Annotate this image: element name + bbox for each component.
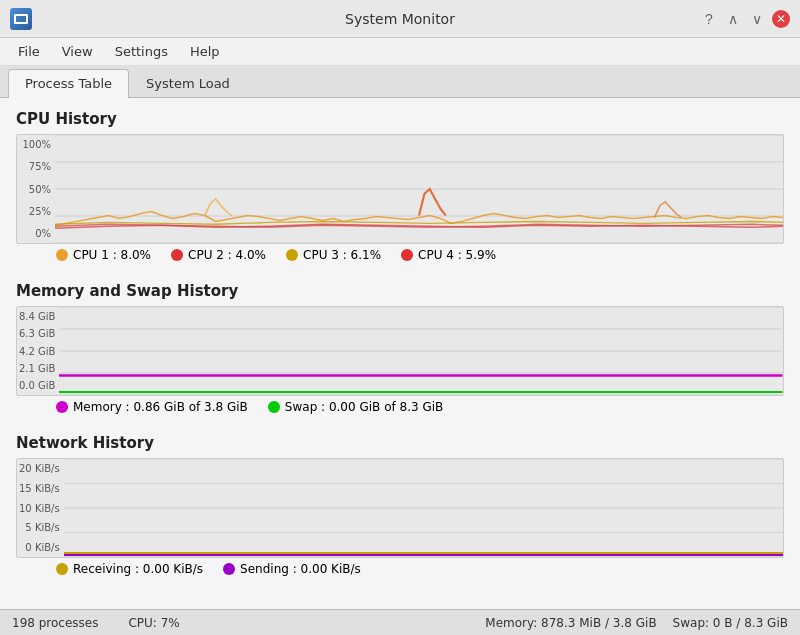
network-chart-svg [64,459,783,557]
close-button[interactable]: ✕ [772,10,790,28]
cpu2-label: CPU 2 : 4.0% [188,248,266,262]
cpu4-label: CPU 4 : 5.9% [418,248,496,262]
main-content: CPU History 100% 75% 50% 25% 0% [0,98,800,609]
cpu2-legend: CPU 2 : 4.0% [171,248,266,262]
memory-chart-container: 8.4 GiB 6.3 GiB 4.2 GiB 2.1 GiB 0.0 GiB [16,306,784,396]
menu-settings[interactable]: Settings [105,41,178,62]
swap-label: Swap : 0.00 GiB of 8.3 GiB [285,400,443,414]
menu-help[interactable]: Help [180,41,230,62]
network-legend: Receiving : 0.00 KiB/s Sending : 0.00 Ki… [16,558,784,580]
cpu1-label: CPU 1 : 8.0% [73,248,151,262]
memory-title: Memory and Swap History [16,282,784,300]
titlebar: System Monitor ? ∧ ∨ ✕ [0,0,800,38]
minimize-button[interactable]: ∧ [724,10,742,28]
memory-y-axis: 8.4 GiB 6.3 GiB 4.2 GiB 2.1 GiB 0.0 GiB [17,307,59,395]
statusbar: 198 processes CPU: 7% Memory: 878.3 MiB … [0,609,800,635]
network-y-axis: 20 KiB/s 15 KiB/s 10 KiB/s 5 KiB/s 0 KiB… [17,459,64,557]
memory-dot [56,401,68,413]
memory-section: Memory and Swap History 8.4 GiB 6.3 GiB … [16,282,784,418]
sending-legend-item: Sending : 0.00 KiB/s [223,562,361,576]
cpu-section: CPU History 100% 75% 50% 25% 0% [16,110,784,266]
sending-label: Sending : 0.00 KiB/s [240,562,361,576]
swap-legend-item: Swap : 0.00 GiB of 8.3 GiB [268,400,443,414]
cpu4-legend: CPU 4 : 5.9% [401,248,496,262]
receiving-label: Receiving : 0.00 KiB/s [73,562,203,576]
titlebar-left [10,8,32,30]
titlebar-controls: ? ∧ ∨ ✕ [700,10,790,28]
menu-view[interactable]: View [52,41,103,62]
cpu1-dot [56,249,68,261]
swap-dot [268,401,280,413]
cpu3-legend: CPU 3 : 6.1% [286,248,381,262]
memory-chart-svg [59,307,783,395]
cpu3-label: CPU 3 : 6.1% [303,248,381,262]
network-chart-container: 20 KiB/s 15 KiB/s 10 KiB/s 5 KiB/s 0 KiB… [16,458,784,558]
tabbar: Process Table System Load [0,66,800,98]
status-cpu: CPU: 7% [128,616,179,630]
cpu-chart-area [55,135,783,243]
status-processes: 198 processes [12,616,98,630]
status-memory: Memory: 878.3 MiB / 3.8 GiB [485,616,656,630]
cpu3-dot [286,249,298,261]
menu-file[interactable]: File [8,41,50,62]
cpu-y-axis: 100% 75% 50% 25% 0% [17,135,55,243]
app-icon [10,8,32,30]
receiving-legend-item: Receiving : 0.00 KiB/s [56,562,203,576]
network-title: Network History [16,434,784,452]
memory-label: Memory : 0.86 GiB of 3.8 GiB [73,400,248,414]
tab-system-load[interactable]: System Load [129,69,247,97]
cpu-chart-container: 100% 75% 50% 25% 0% [16,134,784,244]
memory-chart-area [59,307,783,395]
window-title: System Monitor [345,11,455,27]
cpu1-legend: CPU 1 : 8.0% [56,248,151,262]
status-swap: Swap: 0 B / 8.3 GiB [673,616,788,630]
cpu-chart-svg [55,135,783,243]
cpu-title: CPU History [16,110,784,128]
tab-process-table[interactable]: Process Table [8,69,129,98]
receiving-dot [56,563,68,575]
sending-dot [223,563,235,575]
memory-legend-item: Memory : 0.86 GiB of 3.8 GiB [56,400,248,414]
app-icon-inner [14,14,28,24]
cpu2-dot [171,249,183,261]
maximize-button[interactable]: ∨ [748,10,766,28]
network-section: Network History 20 KiB/s 15 KiB/s 10 KiB… [16,434,784,580]
network-chart-area [64,459,783,557]
memory-legend: Memory : 0.86 GiB of 3.8 GiB Swap : 0.00… [16,396,784,418]
cpu4-dot [401,249,413,261]
help-button[interactable]: ? [700,10,718,28]
cpu-legend: CPU 1 : 8.0% CPU 2 : 4.0% CPU 3 : 6.1% C… [16,244,784,266]
menubar: File View Settings Help [0,38,800,66]
